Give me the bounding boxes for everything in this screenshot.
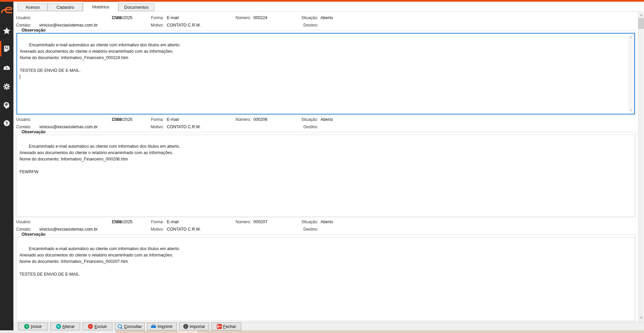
destino-label: Destino: (285, 125, 318, 129)
tab-label: Acesso (26, 5, 40, 10)
observacao-textarea[interactable]: Encaminhado e-mail automático ao cliente… (16, 237, 635, 321)
textarea-scrollbar[interactable]: ∧ ∨ (628, 34, 634, 113)
contato-label: Contato: (16, 125, 31, 129)
desktop-edge-strip (0, 330, 644, 333)
toolbar-button[interactable]: Importar (179, 323, 209, 330)
usuario-label: Usuário: (16, 15, 31, 20)
forma-value: E-mail (167, 117, 179, 122)
scrollbar-thumb[interactable] (638, 18, 644, 29)
observacao-text: Encaminhado e-mail automático ao cliente… (20, 43, 181, 79)
situacao-label: Situação: (285, 15, 318, 20)
scroll-down-arrow-icon[interactable]: ∨ (638, 315, 644, 320)
observacao-text: Encaminhado e-mail automático ao cliente… (19, 144, 180, 174)
observacao-text: Encaminhado e-mail automático ao cliente… (19, 246, 180, 277)
forma-label: Forma: (130, 117, 164, 122)
tab[interactable]: Histórico (83, 2, 118, 11)
button-label: Alterar (62, 324, 75, 329)
situacao-label: Situação: (285, 220, 318, 224)
button-label: Consultar (124, 324, 142, 329)
button-label: Excluir (94, 324, 107, 329)
motivo-value: CONTATO C.R.M. (167, 125, 201, 129)
numero-label: Número: (217, 220, 251, 224)
svg-text:?: ? (5, 121, 8, 126)
tab[interactable]: Cadastro (48, 3, 83, 11)
refresh-icon (56, 324, 61, 329)
tab-label: Documentos (124, 5, 149, 10)
situacao-value: Aberto (320, 220, 333, 224)
situacao-value: Aberto (320, 117, 333, 122)
contato-value: vinicius@exciasistemas.com.br (39, 227, 98, 232)
destino-label: Destino: (285, 227, 318, 232)
history-records-panel: Usuário: Data: 17/09/2025 Forma: E-mail … (13, 11, 644, 322)
contato-label: Contato: (16, 23, 31, 28)
tab-label: Cadastro (56, 5, 74, 10)
main-area: Acesso Cadastro Histórico Documentos Usu… (13, 2, 644, 333)
button-label: Incluir (31, 324, 42, 329)
add-icon (24, 324, 29, 329)
button-label: Fechar (223, 324, 236, 329)
dashboard-gauge-icon[interactable] (0, 64, 13, 71)
motivo-label: Motivo: (130, 125, 164, 129)
toolbar-button[interactable]: Consultar (115, 323, 145, 330)
numero-value: 000224 (253, 15, 267, 20)
exit-icon (217, 324, 222, 329)
scroll-up-arrow-icon[interactable]: ∧ (628, 35, 634, 40)
import-icon (183, 324, 188, 329)
situacao-label: Situação: (285, 117, 318, 122)
button-label: Imprimir (157, 324, 172, 329)
observacao-label: Observação (20, 28, 47, 33)
action-toolbar: Incluir Alterar Excluir Consultar Imprim… (13, 322, 644, 330)
observacao-label: Observação (20, 232, 47, 237)
forma-label: Forma: (130, 15, 164, 20)
numero-value: 000206 (253, 117, 267, 122)
scroll-down-arrow-icon[interactable]: ∨ (628, 107, 634, 113)
destino-label: Destino: (285, 23, 318, 28)
contato-value: vinicius@exciasistemas.com.br (39, 23, 98, 28)
numero-value: 000207 (253, 220, 267, 224)
text-caret (20, 75, 20, 79)
usuario-label: Usuário: (16, 117, 31, 122)
observacao-label: Observação (20, 130, 47, 134)
forma-value: E-mail (167, 220, 179, 224)
toolbar-button[interactable]: Excluir (83, 323, 112, 330)
button-label: Importar (190, 324, 205, 329)
observacao-textarea[interactable]: Encaminhado e-mail automático ao cliente… (16, 33, 635, 114)
settings-gear-icon[interactable] (0, 83, 13, 90)
print-icon (151, 324, 156, 329)
brand-logo[interactable] (1, 6, 13, 15)
tab[interactable]: Documentos (118, 3, 154, 11)
tab[interactable]: Acesso (17, 3, 48, 11)
main-vertical-scrollbar[interactable]: ∧ ∨ (638, 11, 644, 322)
search-icon (117, 324, 122, 329)
usuario-label: Usuário: (16, 220, 31, 224)
toolbar-button[interactable]: Alterar (50, 323, 80, 330)
numero-label: Número: (217, 15, 251, 20)
motivo-value: CONTATO C.R.M. (167, 227, 201, 232)
ai-head-icon[interactable] (0, 101, 13, 109)
situacao-value: Aberto (320, 15, 333, 20)
observacao-textarea[interactable]: Encaminhado e-mail automático ao cliente… (16, 135, 635, 217)
data-value: 17/09/2025 (111, 117, 133, 122)
application-window: ? Acesso Cadastro Histórico Documentos U… (0, 0, 644, 333)
numero-label: Número: (217, 117, 251, 122)
tab-bar: Acesso Cadastro Histórico Documentos (13, 2, 644, 11)
remove-icon (88, 324, 93, 329)
scroll-up-arrow-icon[interactable]: ∧ (638, 12, 644, 18)
data-value: 17/09/2025 (111, 220, 133, 224)
help-icon[interactable]: ? (0, 120, 13, 127)
contato-value: vinicius@exciasistemas.com.br (39, 125, 98, 129)
observacao-groupbox: Observação Encaminhado e-mail automático… (15, 132, 636, 218)
motivo-value: CONTATO C.R.M. (167, 23, 201, 28)
toolbar-button[interactable]: Imprimir (147, 323, 177, 330)
history-notes-icon[interactable] (0, 45, 13, 52)
toolbar-button[interactable]: Fechar (211, 323, 241, 330)
data-value: 17/09/2025 (111, 15, 133, 20)
observacao-groupbox: Observação Encaminhado e-mail automático… (15, 30, 636, 115)
star-icon[interactable] (0, 27, 13, 34)
tab-label: Histórico (92, 4, 109, 9)
forma-value: E-mail (167, 15, 179, 20)
forma-label: Forma: (130, 220, 164, 224)
motivo-label: Motivo: (130, 23, 164, 28)
toolbar-button[interactable]: Incluir (18, 323, 48, 330)
sidebar: ? (0, 2, 13, 330)
